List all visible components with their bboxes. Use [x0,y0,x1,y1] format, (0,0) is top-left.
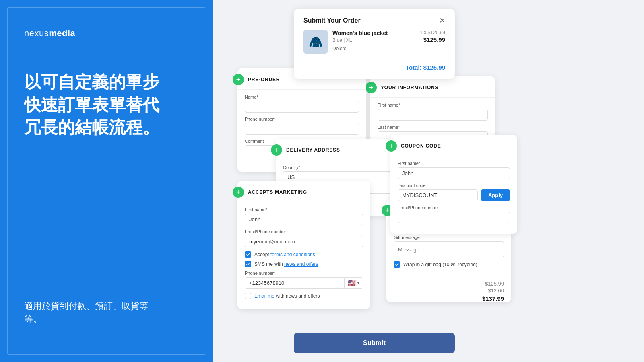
flag-icon: 🇺🇸 [348,279,356,287]
email-link[interactable]: Email me [254,293,275,299]
marketing-card: + ACCEPTS MARKETING First name* Email/Ph… [237,181,370,309]
email-offers-label: Email me with news and offers [254,293,320,299]
coupon-header: + COUPON CODE [390,135,517,156]
subtext: 適用於貨到付款、預訂、取貨等等。 [24,299,193,326]
gift-message-label: Gift message [394,235,504,240]
last-name-label: Last name* [378,125,488,130]
left-panel: nexusmedia 以可自定義的單步快速訂單表單替代冗長的結帳流程。 適用於貨… [0,0,213,362]
info-header: + YOUR INFORMATIONS [370,76,495,98]
email-offers-checkbox[interactable] [245,293,251,299]
product-price: $125.99 [423,36,445,43]
marketing-email-input[interactable] [245,236,363,247]
order-card-title: Submit Your Order [303,17,361,24]
coupon-body: First name* Discount code Apply Email/Ph… [390,156,517,234]
coupon-email-label: Email/Phone number [398,205,510,210]
marketing-header: + ACCEPTS MARKETING [237,181,370,202]
flag-select[interactable]: 🇺🇸 ▾ [344,277,363,289]
gift-message-field: Gift message [394,235,504,257]
coupon-email-input[interactable] [398,212,510,223]
preorder-plus-icon[interactable]: + [233,74,244,85]
phone-number-field: Phone number* 🇺🇸 ▾ [245,271,363,289]
sms-label: SMS me with news and offers [254,261,318,267]
first-name-label: First name* [378,103,488,107]
coupon-title: COUPON CODE [401,143,441,149]
first-name-field: First name* [378,103,488,121]
submit-btn-area: Submit [294,333,455,353]
delivery-title: DELIVERY ADDRESS [286,147,340,153]
coupon-plus-icon[interactable]: + [386,140,397,152]
marketing-plus-icon[interactable]: + [233,187,244,198]
gift-totals: $125.99 $12.00 $137.99 [386,278,511,302]
flag-chevron-icon: ▾ [357,281,359,285]
right-panel: Submit Your Order ✕ 🧥 Women's blue jacke… [213,0,644,362]
marketing-title: ACCEPTS MARKETING [248,189,307,195]
terms-label: Accept terms and conditions [254,252,315,257]
submit-button[interactable]: Submit [294,333,455,353]
order-card: Submit Your Order ✕ 🧥 Women's blue jacke… [294,9,455,79]
phone-number-label: Phone number* [245,271,363,276]
sms-link[interactable]: news and offers [284,261,318,267]
delivery-header: + DELIVERY ADDRESS [276,139,400,160]
phone-input[interactable] [245,123,359,135]
discount-label: Discount code [398,183,510,188]
marketing-body: First name* Email/Phone number Accept te… [237,202,370,309]
gift-total-row1: $125.99 [394,281,504,287]
delivery-plus-icon[interactable]: + [271,144,282,156]
terms-checkbox[interactable] [245,251,251,258]
name-field: Name* [245,95,359,113]
info-plus-icon[interactable]: + [365,82,377,93]
coupon-first-name-input[interactable] [398,167,510,179]
discount-input[interactable] [398,189,478,201]
jacket-icon: 🧥 [309,35,323,49]
headline: 以可自定義的單步快速訂單表單替代冗長的結帳流程。 [24,71,193,139]
gift-grand-total: $137.99 [394,295,504,302]
phone-row: 🇺🇸 ▾ [245,277,363,289]
apply-button[interactable]: Apply [481,189,510,201]
coupon-email-field: Email/Phone number [398,205,510,223]
order-total: Total: $125.99 [303,60,445,71]
coupon-card: + COUPON CODE First name* Discount code … [390,135,517,234]
order-card-header: Submit Your Order ✕ [303,17,445,24]
preorder-title: PRE-ORDER [248,77,280,82]
phone-number-input[interactable] [245,277,344,289]
logo-prefix: nexus [24,28,49,38]
phone-label: Phone number* [245,117,359,121]
product-price-col: 1 x $125.99 $125.99 [420,30,445,43]
coupon-row: Apply [398,189,510,201]
sms-checkbox-row[interactable]: SMS me with news and offers [245,261,363,267]
discount-field: Discount code Apply [398,183,510,201]
coupon-first-name-label: First name* [398,161,510,166]
wrap-checkbox-row[interactable]: Wrap in a gift bag (100% recycled) [394,261,504,268]
sms-checkbox[interactable] [245,261,251,267]
close-button[interactable]: ✕ [439,17,445,24]
wrap-checkbox[interactable] [394,261,400,268]
qty-price: 1 x $125.99 [420,30,445,35]
first-name-input[interactable] [378,109,488,121]
gift-total-row2: $12.00 [394,288,504,294]
product-info: Women's blue jacket Blue | XL Delete [332,30,415,52]
order-item: 🧥 Women's blue jacket Blue | XL Delete 1… [303,30,445,54]
product-name: Women's blue jacket [332,30,415,36]
email-offers-checkbox-row[interactable]: Email me with news and offers [245,293,363,299]
product-variants: Blue | XL [332,37,415,43]
cards-area: Submit Your Order ✕ 🧥 Women's blue jacke… [213,0,644,362]
country-field: Country* US [283,165,393,183]
country-label: Country* [283,165,393,170]
marketing-email-label: Email/Phone number [245,229,363,234]
wrap-label: Wrap in a gift bag (100% recycled) [403,262,477,267]
marketing-first-name-input[interactable] [245,214,363,225]
info-title: YOUR INFORMATIONS [381,85,438,90]
marketing-first-name-field: First name* [245,207,363,225]
gift-message-input[interactable] [394,241,504,257]
name-input[interactable] [245,101,359,113]
logo: nexusmedia [24,28,193,39]
terms-checkbox-row[interactable]: Accept terms and conditions [245,251,363,258]
product-image: 🧥 [303,30,328,54]
coupon-first-name-field: First name* [398,161,510,179]
delete-button[interactable]: Delete [332,46,347,51]
phone-input-wrapper [245,277,344,289]
terms-link[interactable]: terms and conditions [270,252,315,257]
logo-suffix: media [49,28,75,38]
marketing-email-field: Email/Phone number [245,229,363,247]
marketing-first-name-label: First name* [245,207,363,212]
